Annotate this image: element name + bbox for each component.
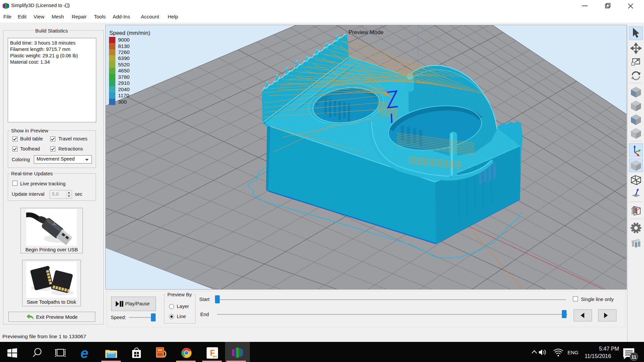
svg-text:5:47 PM: 5:47 PM [599,346,619,352]
svg-text:Speed (mm/min): Speed (mm/min) [109,30,150,36]
svg-text:300: 300 [118,99,127,105]
svg-text:4650: 4650 [118,68,130,73]
svg-text:2910: 2910 [118,80,130,86]
svg-text:Preview Mode: Preview Mode [348,29,384,35]
svg-text:3780: 3780 [118,74,130,80]
svg-text:1170: 1170 [118,93,129,98]
svg-text:7260: 7260 [118,49,130,55]
svg-text:11: 11 [632,354,637,360]
svg-text:11/15/2016: 11/15/2016 [585,353,611,359]
svg-text:6390: 6390 [118,55,130,61]
svg-text:ENG: ENG [568,350,579,355]
svg-text:2040: 2040 [118,86,130,92]
svg-text:9000: 9000 [118,37,130,43]
svg-text:8130: 8130 [118,43,130,49]
svg-text:5520: 5520 [118,62,130,67]
